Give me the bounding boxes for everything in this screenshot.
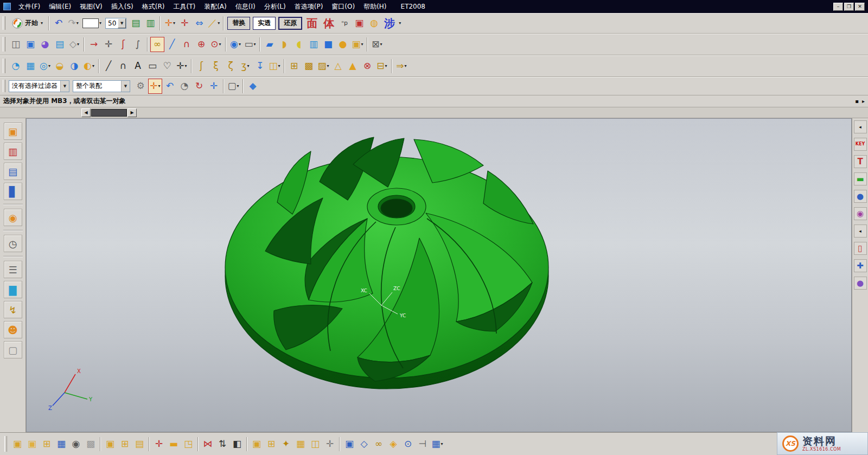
- wrench-icon[interactable]: ✦: [279, 437, 293, 452]
- split-icon[interactable]: ⇅: [215, 437, 229, 452]
- find-component-icon[interactable]: ▣: [10, 437, 24, 452]
- menu-insert[interactable]: 插入(S): [107, 0, 138, 13]
- wave-link-icon[interactable]: ◇: [357, 437, 371, 452]
- scroll-right-button[interactable]: ▶: [127, 108, 137, 117]
- touch-panel-icon[interactable]: ▢: [4, 341, 22, 358]
- palette-icon[interactable]: ▇: [4, 281, 22, 298]
- menu-file[interactable]: 文件(F): [14, 0, 44, 13]
- boolean-icon[interactable]: ◉▾: [228, 37, 242, 52]
- move-face-icon[interactable]: ⇒▾: [394, 59, 409, 74]
- block-icon[interactable]: ■: [321, 37, 335, 52]
- pattern-component-icon[interactable]: ▤: [132, 437, 146, 452]
- undo-view-icon[interactable]: ↶: [163, 79, 177, 94]
- mesh-surface-icon[interactable]: ▦: [23, 59, 37, 74]
- point-constructor-icon[interactable]: ✛: [177, 16, 192, 31]
- open-component-icon[interactable]: ▣: [25, 437, 39, 452]
- snap-point-enable-icon[interactable]: ✛▾: [148, 79, 162, 94]
- pan-view-icon[interactable]: ✛: [207, 79, 221, 94]
- dock-button[interactable]: ▪: [855, 98, 859, 104]
- marquee-select-icon[interactable]: ▢▾: [226, 79, 240, 94]
- scale-dropdown[interactable]: 50 ▼: [105, 18, 126, 29]
- sketch-rect-icon[interactable]: ▭▾: [243, 37, 257, 52]
- menu-format[interactable]: 格式(R): [138, 0, 169, 13]
- see-through-button[interactable]: 实透: [253, 17, 276, 30]
- combine-curve-icon[interactable]: ◫▾: [267, 59, 282, 74]
- restore-button[interactable]: ❐: [844, 3, 854, 11]
- join-curve-icon[interactable]: ∞: [150, 37, 164, 52]
- diamond-icon[interactable]: ◈: [386, 437, 400, 452]
- transform-icon[interactable]: ◳: [181, 437, 195, 452]
- law-curve-icon[interactable]: ζ: [224, 59, 238, 74]
- camera-icon[interactable]: ◉: [69, 437, 83, 452]
- sheet-icon[interactable]: ▥: [307, 37, 321, 52]
- joint-icon[interactable]: ✛: [323, 437, 337, 452]
- sphere-body-icon[interactable]: ◕: [38, 37, 52, 52]
- shaded-view-icon[interactable]: ◔: [177, 79, 192, 94]
- move-origin-icon[interactable]: ✛: [152, 437, 166, 452]
- close-button[interactable]: ✕: [855, 3, 865, 11]
- new-component-icon[interactable]: ⊞: [118, 437, 132, 452]
- component-group-icon[interactable]: ▣: [250, 437, 264, 452]
- roles-icon[interactable]: ☻: [4, 321, 22, 338]
- point-icon[interactable]: ✛: [101, 37, 116, 52]
- selection-filter-dropdown[interactable]: 没有选择过滤器 ▼: [9, 80, 69, 92]
- cup-icon[interactable]: ▯: [854, 242, 867, 255]
- cylinder-icon[interactable]: ●: [336, 37, 350, 52]
- delete-body-icon[interactable]: ⊗: [360, 59, 374, 74]
- helix-icon[interactable]: ξ: [209, 59, 223, 74]
- thicken-icon[interactable]: △: [331, 59, 345, 74]
- menu-assemblies[interactable]: 装配(A): [200, 0, 231, 13]
- selection-scope-dropdown[interactable]: 整个装配 ▼: [73, 80, 130, 92]
- collapse-arrow-icon[interactable]: ◂: [854, 120, 867, 133]
- graphics-viewport[interactable]: YC ZC XC X Y Z: [26, 118, 852, 432]
- studio-spline-icon[interactable]: ∫: [131, 37, 145, 52]
- rotate-view-icon[interactable]: ↻: [192, 79, 206, 94]
- palette-balls-icon[interactable]: ◉: [854, 207, 867, 220]
- operation-navigator-icon[interactable]: ▊: [4, 183, 22, 200]
- layer-settings-icon[interactable]: ▤: [129, 16, 143, 31]
- cop-icon[interactable]: ᵒp: [337, 16, 352, 31]
- assembly-navigator-icon[interactable]: ▣: [4, 123, 22, 140]
- polygon-icon[interactable]: ♡: [160, 59, 174, 74]
- mirror-assembly-icon[interactable]: ⋈: [201, 437, 215, 452]
- sequence-icon[interactable]: ▦: [293, 437, 308, 452]
- spline-curve-icon[interactable]: ʃ: [194, 59, 208, 74]
- gears-icon[interactable]: ⚙: [133, 79, 148, 94]
- menu-tools[interactable]: 工具(T): [169, 0, 200, 13]
- red-cube-icon[interactable]: ▣: [352, 16, 366, 31]
- arc-icon[interactable]: ∩: [180, 37, 194, 52]
- purple-ball-icon[interactable]: ●: [854, 277, 867, 290]
- circle-center-icon[interactable]: ⊙▾: [209, 37, 223, 52]
- minimize-button[interactable]: –: [833, 3, 843, 11]
- sheet-body-icon[interactable]: ▤: [53, 37, 67, 52]
- line-icon[interactable]: ╱: [165, 37, 179, 52]
- part-navigator-icon[interactable]: ▤: [4, 163, 22, 180]
- yellow-bar-icon[interactable]: ▬: [167, 437, 181, 452]
- menu-analysis[interactable]: 分析(L): [260, 0, 290, 13]
- assembly-cut-icon[interactable]: ▣: [342, 437, 356, 452]
- impeller-model[interactable]: YC ZC XC: [213, 131, 563, 402]
- datum-plane-icon[interactable]: ◇▾: [67, 37, 81, 52]
- menu-edit[interactable]: 编辑(E): [44, 0, 75, 13]
- arrangements-icon[interactable]: ◫: [308, 437, 322, 452]
- body-button[interactable]: 体: [321, 18, 337, 29]
- redo-icon[interactable]: ↷▾: [66, 16, 80, 31]
- key-icon[interactable]: KEY: [854, 138, 867, 151]
- sew-icon[interactable]: ⊞: [287, 59, 301, 74]
- circle-icon[interactable]: ⊕: [194, 37, 208, 52]
- curve-bend-icon[interactable]: →: [87, 37, 101, 52]
- patch-body-icon[interactable]: ▩: [302, 59, 316, 74]
- four-point-surface-icon[interactable]: ◔: [9, 59, 23, 74]
- mid-arrow-icon[interactable]: ◂: [854, 225, 867, 238]
- table-icon[interactable]: ▦▾: [430, 437, 444, 452]
- scroll-left-button[interactable]: ◀: [81, 108, 91, 117]
- measure-distance-icon[interactable]: ⇔: [192, 16, 206, 31]
- component-window-icon[interactable]: ⊞: [40, 437, 54, 452]
- info-icon[interactable]: ⊙: [401, 437, 415, 452]
- visual-reports-icon[interactable]: ↯: [4, 301, 22, 318]
- layer-visible-icon[interactable]: ▥: [143, 16, 157, 31]
- line-curve-icon[interactable]: ╱: [101, 59, 116, 74]
- she-button[interactable]: 涉: [381, 18, 398, 29]
- system-materials-icon[interactable]: ☰: [4, 261, 22, 278]
- sweep-icon[interactable]: ◖: [292, 37, 306, 52]
